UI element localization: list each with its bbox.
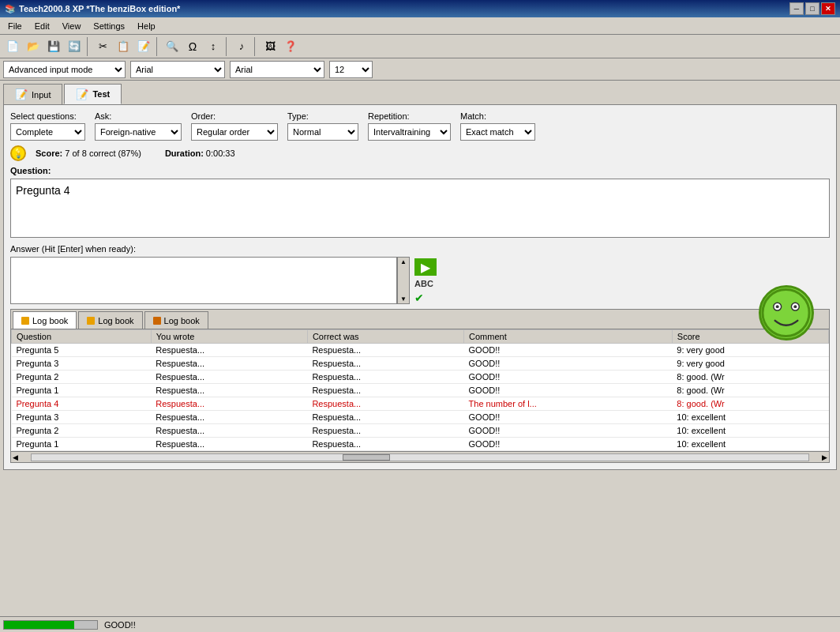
font1-select[interactable]: Arial (130, 61, 225, 78)
size-select[interactable]: 12 (329, 61, 373, 78)
scroll-left-arrow[interactable]: ◀ (11, 453, 20, 461)
font2-select[interactable]: Arial (230, 61, 324, 78)
progress-bar (3, 620, 98, 630)
type-group: Type: Normal (287, 111, 358, 141)
close-button[interactable]: ✕ (821, 2, 835, 15)
repetition-select[interactable]: Intervaltraining (368, 123, 451, 141)
scroll-down-arrow[interactable]: ▼ (400, 295, 407, 303)
menu-edit[interactable]: Edit (30, 20, 54, 32)
logbook-tabs: Log book Log book Log book (11, 310, 829, 329)
toolbar-symbols[interactable]: Ω (183, 37, 202, 56)
type-select[interactable]: Normal (287, 123, 358, 141)
answer-label: Answer (Hit [Enter] when ready): (10, 244, 830, 254)
score-row: Score: 7 of 8 correct (87%) Duration: 0:… (32, 149, 235, 158)
smiley-container (759, 285, 814, 340)
logbook-tab-1[interactable]: Log book (13, 311, 77, 329)
answer-scrollbar[interactable]: ▲ ▼ (397, 257, 410, 304)
toolbar-search[interactable]: 🔍 (163, 37, 182, 56)
logbook-tab-3[interactable]: Log book (144, 311, 208, 329)
toolbar-music[interactable]: ♪ (232, 37, 251, 56)
toolbar-refresh[interactable]: 🔄 (65, 37, 84, 56)
table-row: Pregunta 4Respuesta...Respuesta...The nu… (12, 397, 829, 411)
logbook-tab-label-2: Log book (98, 316, 133, 325)
svg-point-3 (776, 305, 779, 308)
duration-label: Duration: (165, 149, 204, 158)
match-select[interactable]: Exact match (460, 123, 535, 141)
abc-icon: ABC (414, 279, 437, 288)
scroll-right-arrow[interactable]: ▶ (820, 453, 829, 461)
select-questions-label: Select questions: (10, 111, 85, 121)
menu-settings[interactable]: Settings (88, 20, 129, 32)
logbook-scrollbar[interactable]: ◀ ▶ (11, 451, 829, 462)
duration-value: 0:00:33 (206, 149, 235, 158)
mode-select[interactable]: Advanced input mode (3, 61, 126, 78)
repetition-group: Repetition: Intervaltraining (368, 111, 451, 141)
table-row: Pregunta 1Respuesta...Respuesta...GOOD!!… (12, 438, 829, 451)
app-icon: 📚 (5, 4, 16, 14)
table-row: Pregunta 1Respuesta...Respuesta...GOOD!!… (12, 384, 829, 397)
test-area: Select questions: Complete Ask: Foreign-… (10, 111, 830, 463)
tab-bar: 📝 Input 📝 Test (3, 84, 837, 104)
select-questions-select[interactable]: Complete (10, 123, 85, 141)
toolbar-copy[interactable]: 📋 (114, 37, 133, 56)
order-group: Order: Regular order (191, 111, 278, 141)
type-label: Type: (287, 111, 358, 121)
tab-test-label: Test (92, 89, 110, 99)
toolbar-help[interactable]: ❓ (281, 37, 300, 56)
title-bar: 📚 Teach2000.8 XP *The benziBox edition* … (0, 0, 840, 17)
logbook-tab-dot-2 (87, 317, 95, 325)
scroll-up-arrow[interactable]: ▲ (400, 258, 407, 265)
dropdowns-bar: Advanced input mode Arial Arial 12 (0, 58, 840, 81)
toolbar-sep-3 (226, 37, 229, 56)
toolbar-open[interactable]: 📂 (24, 37, 43, 56)
menu-file[interactable]: File (3, 20, 27, 32)
toolbar-sort[interactable]: ↕ (204, 37, 223, 56)
toolbar: 📄 📂 💾 🔄 ✂ 📋 📝 🔍 Ω ↕ ♪ 🖼 ❓ (0, 35, 840, 58)
answer-input[interactable] (10, 257, 397, 304)
svg-point-4 (793, 305, 797, 308)
score-item: Score: 7 of 8 correct (87%) (36, 149, 141, 158)
tab-input-label: Input (32, 90, 51, 100)
scroll-thumb[interactable] (343, 454, 390, 461)
ask-select[interactable]: Foreign-native (95, 123, 182, 141)
main-container: 📝 Input 📝 Test Select questions: Complet… (0, 81, 840, 473)
order-label: Order: (191, 111, 278, 121)
table-row: Pregunta 3Respuesta...Respuesta...GOOD!!… (12, 357, 829, 371)
logbook-table: Question You wrote Correct was Comment S… (11, 329, 829, 451)
input-tab-icon: 📝 (15, 88, 28, 100)
window-controls: ─ □ ✕ (789, 2, 835, 15)
ask-label: Ask: (95, 111, 182, 121)
question-box: Pregunta 4 (10, 179, 830, 238)
maximize-button[interactable]: □ (805, 2, 819, 15)
next-button[interactable]: ▶ (414, 258, 437, 276)
col-comment: Comment (464, 330, 673, 344)
logbook-tab-label-1: Log book (32, 316, 68, 325)
test-tab-icon: 📝 (76, 88, 88, 100)
toolbar-sep-2 (156, 37, 159, 56)
toolbar-new[interactable]: 📄 (3, 37, 22, 56)
repetition-label: Repetition: (368, 111, 451, 121)
toolbar-cut[interactable]: ✂ (93, 37, 112, 56)
tab-test[interactable]: 📝 Test (64, 84, 122, 104)
logbook-tab-dot-3 (153, 317, 161, 325)
toolbar-save[interactable]: 💾 (44, 37, 63, 56)
toolbar-sep-1 (87, 37, 90, 56)
table-row: Pregunta 3Respuesta...Respuesta...GOOD!!… (12, 411, 829, 424)
controls-row: Select questions: Complete Ask: Foreign-… (10, 111, 830, 141)
col-wrote: You wrote (151, 330, 307, 344)
tab-input[interactable]: 📝 Input (3, 84, 62, 104)
logbook-tab-label-3: Log book (164, 316, 200, 325)
toolbar-paste[interactable]: 📝 (134, 37, 153, 56)
match-label: Match: (460, 111, 535, 121)
score-label: Score: (36, 149, 62, 158)
menu-view[interactable]: View (58, 20, 86, 32)
logbook-tab-dot-1 (21, 317, 29, 325)
order-select[interactable]: Regular order (191, 123, 278, 141)
window-title: Teach2000.8 XP *The benziBox edition* (19, 4, 789, 13)
logbook-tab-2[interactable]: Log book (78, 311, 142, 329)
scroll-track (31, 453, 809, 461)
toolbar-image[interactable]: 🖼 (261, 37, 279, 56)
menu-help[interactable]: Help (133, 20, 160, 32)
minimize-button[interactable]: ─ (789, 2, 804, 15)
tab-content: Select questions: Complete Ask: Foreign-… (3, 104, 837, 470)
